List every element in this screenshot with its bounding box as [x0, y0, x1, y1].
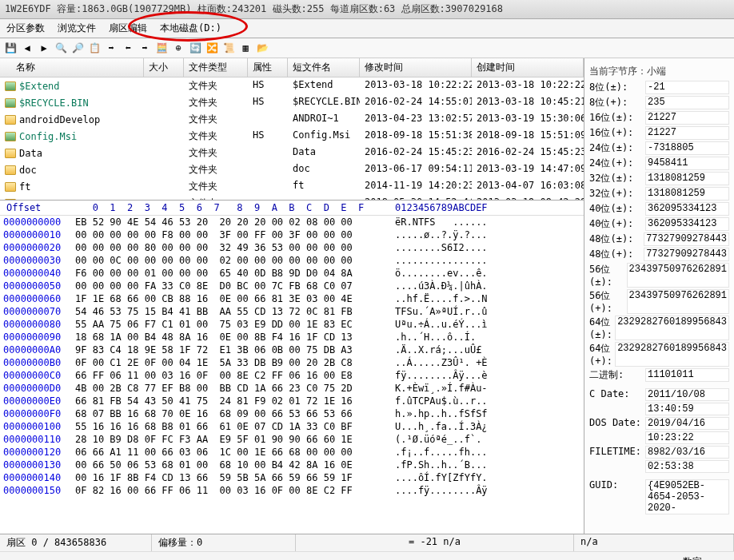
- script-icon[interactable]: 📜: [221, 41, 236, 55]
- info-value: -21: [645, 81, 729, 94]
- hex-offset: 00000000D0: [3, 382, 75, 395]
- hex-row[interactable]: 0000000040F6 00 00 00 01 00 00 00 65 40 …: [0, 267, 584, 280]
- hex-row[interactable]: 00000000601F 1E 68 66 00 CB 88 16 0E 00 …: [0, 292, 584, 305]
- menu-local-disk-d[interactable]: 本地磁盘(D:): [154, 19, 228, 38]
- hex-row[interactable]: 000000011028 10 B9 D8 0F FC F3 AA E9 5F …: [0, 433, 584, 446]
- file-row[interactable]: androidDevelop 文件夹 ANDROI~12013-04-23 13…: [0, 111, 584, 128]
- hex-ascii-header: 0123456789ABCDEF: [395, 202, 488, 213]
- file-row[interactable]: ft 文件夹 ft2014-11-19 14:20:232013-04-07 1…: [0, 178, 584, 195]
- hex-bytes: 0F 00 C1 2E 0F 00 04 1E 5A 33 DB B9 00 2…: [75, 356, 395, 369]
- info-value: 235: [645, 96, 729, 109]
- col-type[interactable]: 文件类型: [184, 58, 248, 77]
- info-label: 56位(±):: [589, 263, 627, 288]
- hex-viewer[interactable]: Offset 0 1 2 3 4 5 6 7 8 9 A B C D E F 0…: [0, 201, 584, 534]
- menu-partition-params[interactable]: 分区参数: [0, 19, 51, 38]
- calc-icon[interactable]: 🧮: [154, 41, 169, 55]
- hex-row[interactable]: 00000000B00F 00 C1 2E 0F 00 04 1E 5A 33 …: [0, 356, 584, 369]
- col-size[interactable]: 大小: [144, 58, 184, 77]
- hex-offset: 0000000000: [3, 216, 75, 228]
- forward-icon[interactable]: ▶: [37, 41, 51, 55]
- info-value: 362095334123: [645, 202, 729, 216]
- hex-row[interactable]: 000000010055 16 16 16 68 B8 01 66 61 0E …: [0, 420, 584, 433]
- toggle-icon[interactable]: 🔀: [205, 41, 219, 55]
- info-label: 二进制:: [589, 368, 645, 382]
- hex-row[interactable]: 00000001500F 82 16 00 66 FF 06 11 00 03 …: [0, 484, 584, 497]
- col-mtime[interactable]: 修改时间: [360, 58, 472, 77]
- date-value: 2011/10/08: [645, 388, 729, 401]
- hex-offset: 0000000150: [3, 484, 75, 497]
- hex-offset: 0000000080: [3, 318, 75, 331]
- file-row[interactable]: $Extend 文件夹HS $Extend2013-03-18 10:22:22…: [0, 77, 584, 94]
- file-row[interactable]: doc 文件夹 doc2013-06-17 09:54:112013-03-19…: [0, 161, 584, 178]
- hex-offset-header: Offset: [3, 202, 75, 213]
- hex-row[interactable]: 000000009018 68 1A 00 B4 48 8A 16 0E 00 …: [0, 331, 584, 344]
- info-row: 二进制:11101011: [589, 367, 729, 383]
- goto-icon[interactable]: ➡: [104, 41, 118, 55]
- block-icon[interactable]: ▦: [238, 41, 253, 55]
- search-hex-icon[interactable]: 🔎: [70, 41, 85, 55]
- col-short[interactable]: 短文件名: [288, 58, 360, 77]
- hex-bytes: 06 66 A1 11 00 66 03 06 1C 00 1E 66 68 0…: [75, 446, 395, 459]
- hex-bytes: 9F 83 C4 18 9E 58 1F 72 E1 3B 06 0B 00 7…: [75, 344, 395, 356]
- menu-browse-files[interactable]: 浏览文件: [51, 19, 102, 38]
- file-row[interactable]: Config.Msi 文件夹HS Config.Msi2018-09-18 15…: [0, 128, 584, 145]
- hex-row[interactable]: 000000007054 46 53 75 15 B4 41 BB AA 55 …: [0, 305, 584, 318]
- info-row: 48位(±):77327909278443: [589, 232, 729, 247]
- hex-ascii: U...h¸.fa..Í.3À¿: [395, 420, 488, 433]
- interpret-left-icon[interactable]: ⬅: [121, 41, 135, 55]
- hex-row[interactable]: 00000000F068 07 BB 16 68 70 0E 16 68 09 …: [0, 407, 584, 420]
- search-icon[interactable]: 🔍: [54, 41, 68, 55]
- refresh-icon[interactable]: 🔄: [188, 41, 202, 55]
- hex-row[interactable]: 000000002000 00 00 00 80 00 00 00 32 49 …: [0, 241, 584, 254]
- hex-offset: 0000000070: [3, 305, 75, 318]
- xor-icon[interactable]: ⊕: [171, 41, 185, 55]
- hex-ascii: .....ø..?.ÿ.?...: [395, 228, 488, 241]
- date-value: 2019/04/16: [645, 417, 729, 430]
- info-label: 64位(±):: [589, 316, 615, 340]
- hex-row[interactable]: 000000005000 00 00 00 FA 33 C0 8E D0 BC …: [0, 280, 584, 292]
- file-row[interactable]: Data 文件夹 Data2016-02-24 15:45:232016-02-…: [0, 145, 584, 161]
- hex-row[interactable]: 000000013000 66 50 06 53 68 01 00 68 10 …: [0, 459, 584, 471]
- hex-bytes: 4B 00 2B C8 77 EF B8 00 BB CD 1A 66 23 C…: [75, 382, 395, 395]
- file-list: 名称 大小 文件类型 属性 短文件名 修改时间 创建时间 $Extend 文件夹…: [0, 58, 584, 201]
- hex-row[interactable]: 000000008055 AA 75 06 F7 C1 01 00 75 03 …: [0, 318, 584, 331]
- info-row: 24位(±):-7318805: [589, 141, 729, 156]
- info-value: 9458411: [645, 157, 729, 170]
- hex-row[interactable]: 0000000000EB 52 90 4E 54 46 53 20 20 20 …: [0, 216, 584, 228]
- info-value: 2329282760189956843: [615, 342, 729, 367]
- hex-bytes: 28 10 B9 D8 0F FC F3 AA E9 5F 01 90 90 6…: [75, 433, 395, 446]
- back-icon[interactable]: ◀: [20, 41, 34, 55]
- hex-ascii: ..hf.Ë....f.>..N: [395, 292, 488, 305]
- open-icon[interactable]: 📂: [255, 41, 269, 55]
- save-icon[interactable]: 💾: [3, 41, 18, 55]
- file-row[interactable]: $RECYCLE.BIN 文件夹HS $RECYCLE.BIN2016-02-2…: [0, 94, 584, 111]
- info-label: 48位(+):: [589, 248, 644, 261]
- info-value: 2329282760189956843: [615, 316, 729, 340]
- date-label: C Date:: [589, 388, 645, 401]
- info-label: 8位(±):: [589, 81, 645, 94]
- interpret-right-icon[interactable]: ➡: [138, 41, 152, 55]
- hex-row[interactable]: 000000001000 00 00 00 00 F8 00 00 3F 00 …: [0, 228, 584, 241]
- info-value: 11101011: [645, 368, 729, 382]
- copy-icon[interactable]: 📋: [87, 41, 102, 55]
- hex-ascii: fÿ........Âÿ...è: [395, 369, 488, 382]
- info-label: 8位(+):: [589, 96, 645, 109]
- hex-row[interactable]: 00000000E066 81 FB 54 43 50 41 75 24 81 …: [0, 395, 584, 407]
- info-row: 48位(+):77327909278443: [589, 247, 729, 262]
- col-ctime[interactable]: 创建时间: [472, 58, 584, 77]
- file-row[interactable]: gry 文件夹 gry2018-05-30 14:52:442013-03-19…: [0, 195, 584, 201]
- folder-icon: [5, 182, 16, 192]
- info-label: 24位(+):: [589, 157, 645, 170]
- folder-icon: [5, 98, 16, 108]
- col-name[interactable]: 名称: [0, 58, 144, 77]
- hex-row[interactable]: 000000012006 66 A1 11 00 66 03 06 1C 00 …: [0, 446, 584, 459]
- hex-row[interactable]: 00000000A09F 83 C4 18 9E 58 1F 72 E1 3B …: [0, 344, 584, 356]
- hex-row[interactable]: 00000000D04B 00 2B C8 77 EF B8 00 BB CD …: [0, 382, 584, 395]
- info-row: 16位(±):21227: [589, 110, 729, 125]
- hex-row[interactable]: 00000000C066 FF 06 11 00 03 16 0F 00 8E …: [0, 369, 584, 382]
- hex-row[interactable]: 000000003000 00 0C 00 00 00 00 00 02 00 …: [0, 254, 584, 267]
- col-attr[interactable]: 属性: [248, 58, 288, 77]
- menu-sector-edit[interactable]: 扇区编辑: [102, 19, 154, 38]
- hex-row[interactable]: 000000014000 16 1F 8B F4 CD 13 66 59 5B …: [0, 471, 584, 484]
- info-value: 77327909278443: [644, 248, 729, 261]
